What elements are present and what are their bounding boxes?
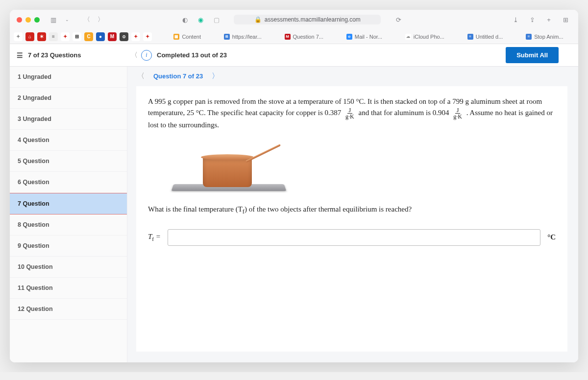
- favorite-icon[interactable]: ●: [96, 32, 105, 41]
- minimize-window-icon[interactable]: [25, 17, 31, 23]
- pan-illustration: [168, 136, 300, 195]
- maximize-window-icon[interactable]: [34, 17, 40, 23]
- browser-tab[interactable]: ≡Untitled d...: [463, 32, 508, 42]
- tab-favicon-icon: ≡: [467, 34, 473, 40]
- browser-tab[interactable]: Bhttps://lear...: [219, 32, 267, 42]
- tab-label: https://lear...: [232, 34, 262, 40]
- extension-icon[interactable]: ▢: [211, 14, 222, 25]
- next-question-icon[interactable]: 〉: [210, 71, 221, 81]
- sidebar-question-item[interactable]: 1 Ungraded: [10, 67, 127, 88]
- shield-icon[interactable]: ◐: [179, 14, 191, 25]
- question-crumb: Question 7 of 23: [153, 72, 203, 80]
- tabs-overview-icon[interactable]: ⊞: [560, 14, 571, 25]
- favorite-icon[interactable]: ⌂: [25, 32, 34, 41]
- favorite-icon[interactable]: ✦: [14, 32, 23, 41]
- window-controls: [17, 17, 40, 23]
- sidebar-question-item[interactable]: 5 Question: [10, 151, 127, 172]
- close-window-icon[interactable]: [17, 17, 22, 23]
- tab-favicon-icon: ☁: [405, 34, 411, 40]
- tab-favicon-icon: B: [224, 34, 230, 40]
- fraction-2: J g·K: [452, 107, 464, 119]
- forward-icon[interactable]: 〉: [95, 14, 106, 25]
- sidebar-question-item[interactable]: 10 Question: [10, 257, 127, 278]
- sidebar-question-item[interactable]: 12 Question: [10, 299, 127, 320]
- question-prompt: What is the final temperature (Tf) of th…: [148, 204, 556, 216]
- answer-input[interactable]: [168, 229, 540, 246]
- browser-tab[interactable]: oMail - Nor...: [342, 32, 387, 42]
- browser-tab[interactable]: ▦Content: [169, 32, 206, 42]
- browser-tab[interactable]: MQuestion 7...: [280, 32, 328, 42]
- fraction-1: J g·K: [344, 107, 356, 119]
- sidebar-toggle-icon[interactable]: ▥: [48, 14, 59, 25]
- progress-label: 7 of 23 Questions: [28, 51, 81, 59]
- sidebar-question-item[interactable]: 8 Question: [10, 214, 127, 236]
- content-area: 〈 Question 7 of 23 〉 A 995 g copper pan …: [127, 67, 578, 362]
- tab-label: Stop Anim...: [534, 34, 563, 40]
- question-text: A 995 g copper pan is removed from the s…: [148, 96, 556, 131]
- favorite-icon[interactable]: ⊞: [73, 32, 81, 41]
- favorite-icon[interactable]: ✶: [37, 32, 46, 41]
- sidebar-question-item[interactable]: 2 Ungraded: [10, 88, 127, 109]
- tab-favicon-icon: ▦: [173, 34, 179, 40]
- tab-label: Untitled d...: [476, 34, 503, 40]
- submit-all-button[interactable]: Submit All: [506, 47, 559, 63]
- list-icon: ☰: [17, 51, 23, 59]
- tab-label: iCloud Pho...: [414, 34, 444, 40]
- sidebar-question-item[interactable]: 6 Question: [10, 172, 127, 193]
- sidebar-question-item[interactable]: 9 Question: [10, 236, 127, 257]
- app-frame: ☰ 7 of 23 Questions 〈 i Completed 13 out…: [10, 44, 578, 362]
- info-icon[interactable]: i: [141, 50, 152, 61]
- tab-favicon-icon: ≡: [526, 34, 532, 40]
- reload-icon[interactable]: ⟳: [392, 14, 404, 25]
- url-text: assessments.macmillanlearning.com: [265, 16, 361, 23]
- pot-handle-graphic: [245, 144, 281, 163]
- download-icon[interactable]: ⤓: [510, 14, 521, 25]
- tab-label: Content: [182, 34, 201, 40]
- prev-question-icon[interactable]: 〈: [135, 71, 147, 81]
- tab-favicon-icon: M: [285, 34, 291, 40]
- lock-icon: 🔒: [254, 16, 262, 23]
- favorite-icon[interactable]: ✦: [61, 32, 70, 41]
- nav-buttons: 〈 〉: [81, 14, 106, 25]
- favorite-icon[interactable]: ✦: [143, 32, 152, 41]
- browser-tab[interactable]: ☁iCloud Pho...: [400, 32, 449, 42]
- address-bar-wrap: 🔒 assessments.macmillanlearning.com: [226, 15, 389, 24]
- tab-label: Question 7...: [293, 34, 323, 40]
- favorite-icon[interactable]: o: [120, 32, 128, 41]
- grammarly-icon[interactable]: ◉: [195, 14, 207, 25]
- browser-window: ▥ ⌄ 〈 〉 ◐ ◉ ▢ 🔒 assessments.macmillanlea…: [10, 10, 578, 362]
- favorite-icon[interactable]: ✦: [131, 32, 140, 41]
- back-icon[interactable]: 〈: [81, 14, 93, 25]
- question-card: A 995 g copper pan is removed from the s…: [136, 86, 567, 352]
- sidebar-question-item[interactable]: 11 Question: [10, 278, 127, 299]
- tab-favicon-icon: o: [346, 34, 352, 40]
- completed-status: Completed 13 out of 23: [157, 51, 506, 59]
- tab-label: Mail - Nor...: [355, 34, 382, 40]
- app-body: 1 Ungraded2 Ungraded3 Ungraded4 Question…: [10, 67, 578, 362]
- sidebar-question-item[interactable]: 3 Ungraded: [10, 109, 127, 130]
- titlebar: ▥ ⌄ 〈 〉 ◐ ◉ ▢ 🔒 assessments.macmillanlea…: [10, 10, 578, 29]
- collapse-sidebar-icon[interactable]: 〈: [127, 51, 141, 60]
- address-bar[interactable]: 🔒 assessments.macmillanlearning.com: [234, 15, 381, 24]
- tabs-row: ▦ContentBhttps://lear...MQuestion 7...oM…: [163, 32, 574, 42]
- sidebar-question-item[interactable]: 4 Question: [10, 130, 127, 151]
- sidebar-toggle-group: ▥ ⌄: [48, 14, 73, 25]
- favorite-icon[interactable]: ≡: [49, 32, 58, 41]
- favorites-cluster: ✦⌂✶≡✦⊞C●Mo✦✦: [14, 32, 152, 41]
- app-header: ☰ 7 of 23 Questions 〈 i Completed 13 out…: [10, 44, 578, 67]
- tab-strip: ✦⌂✶≡✦⊞C●Mo✦✦ ▦ContentBhttps://lear...MQu…: [10, 29, 578, 44]
- toolbar-right: ⤓ ⇪ + ⊞: [510, 14, 571, 25]
- new-tab-icon[interactable]: +: [543, 14, 555, 25]
- progress-summary: ☰ 7 of 23 Questions: [10, 51, 127, 59]
- question-nav: 〈 Question 7 of 23 〉: [127, 67, 578, 85]
- favorite-icon[interactable]: M: [108, 32, 117, 41]
- share-icon[interactable]: ⇪: [526, 14, 538, 25]
- answer-variable: Tf =: [148, 231, 161, 243]
- tab-dropdown-icon[interactable]: ⌄: [61, 14, 73, 25]
- browser-tab[interactable]: ≡Stop Anim...: [521, 32, 568, 42]
- question-sidebar: 1 Ungraded2 Ungraded3 Ungraded4 Question…: [10, 67, 127, 362]
- answer-unit: °C: [547, 232, 556, 243]
- favorite-icon[interactable]: C: [84, 32, 93, 41]
- sidebar-question-item[interactable]: 7 Question: [10, 193, 127, 214]
- copper-pot-graphic: [203, 157, 252, 187]
